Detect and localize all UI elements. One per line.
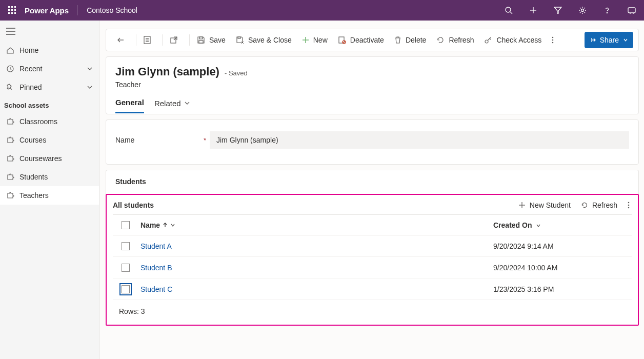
refresh-icon <box>436 36 445 44</box>
row-checkbox[interactable] <box>122 285 130 293</box>
chevron-down-icon <box>87 84 93 90</box>
sidebar-item-pinned[interactable]: Pinned <box>0 78 99 96</box>
puzzle-icon <box>6 173 17 181</box>
sidebar-group-label: School assets <box>0 96 99 112</box>
subgrid-view-name[interactable]: All students <box>113 201 154 209</box>
cell-created-on: 1/23/2025 3:16 PM <box>493 285 632 293</box>
grid-header-row: Name Created On <box>113 215 632 235</box>
save-close-icon <box>236 36 244 44</box>
student-link[interactable]: Student C <box>140 285 172 293</box>
sidebar-item-label: Classrooms <box>19 117 57 126</box>
cell-created-on: 9/20/2024 10:00 AM <box>493 264 632 272</box>
sidebar-item-label: Pinned <box>19 83 42 91</box>
record-entity-label: Teacher <box>115 81 629 89</box>
sidebar-item-home[interactable]: Home <box>0 41 99 59</box>
svg-rect-31 <box>199 41 203 43</box>
svg-rect-5 <box>14 9 16 11</box>
new-student-button[interactable]: New Student <box>513 201 576 209</box>
key-icon <box>484 36 492 44</box>
filter-icon[interactable] <box>546 0 570 21</box>
plus-icon <box>518 202 526 209</box>
svg-rect-32 <box>238 37 240 38</box>
save-close-button[interactable]: Save & Close <box>231 29 297 51</box>
chevron-down-icon <box>170 223 175 228</box>
arrow-left-icon <box>116 36 125 44</box>
svg-rect-1 <box>11 6 13 8</box>
app-launcher-icon[interactable] <box>0 6 25 14</box>
svg-point-14 <box>581 9 584 12</box>
sidebar-item-recent[interactable]: Recent <box>0 59 99 78</box>
student-link[interactable]: Student A <box>140 242 172 250</box>
svg-rect-2 <box>14 6 16 8</box>
button-label: New Student <box>530 201 571 209</box>
svg-rect-30 <box>199 37 203 39</box>
button-label: New <box>313 36 328 44</box>
search-icon[interactable] <box>496 0 521 21</box>
button-label: Deactivate <box>350 36 384 44</box>
grid-row[interactable]: Student C 1/23/2025 3:16 PM <box>113 278 632 300</box>
open-new-window-button[interactable] <box>165 29 187 51</box>
column-header-created-on[interactable]: Created On <box>493 221 632 229</box>
svg-point-44 <box>628 202 630 204</box>
form-selector-button[interactable] <box>138 29 160 51</box>
svg-marker-13 <box>554 7 561 13</box>
overflow-button[interactable] <box>547 29 563 51</box>
sidebar-item-courses[interactable]: Courses <box>0 131 99 149</box>
grid-row[interactable]: Student A 9/20/2024 9:14 AM <box>113 235 632 257</box>
global-header: Power Apps Contoso School <box>0 0 644 21</box>
sidebar-item-classrooms[interactable]: Classrooms <box>0 112 99 131</box>
tab-label: General <box>115 98 144 107</box>
content-area: Save Save & Close New Deactivate Delete … <box>99 21 644 359</box>
settings-icon[interactable] <box>570 0 595 21</box>
svg-point-46 <box>628 207 630 209</box>
back-button[interactable] <box>111 29 134 51</box>
share-button[interactable]: Share <box>585 32 633 48</box>
column-header-name[interactable]: Name <box>138 221 493 229</box>
sidebar-item-students[interactable]: Students <box>0 168 99 186</box>
sidebar-item-label: Courses <box>19 136 46 144</box>
save-button[interactable]: Save <box>192 29 231 51</box>
svg-point-40 <box>552 39 554 41</box>
row-checkbox[interactable] <box>122 242 130 250</box>
form-tabs: General Related <box>106 98 638 114</box>
field-label-name: Name <box>115 136 203 144</box>
select-all-checkbox[interactable] <box>122 221 130 229</box>
collapse-menu-icon[interactable] <box>6 28 93 35</box>
popout-icon <box>170 36 178 44</box>
refresh-button[interactable]: Refresh <box>431 29 479 51</box>
deactivate-button[interactable]: Deactivate <box>333 29 389 51</box>
row-checkbox[interactable] <box>122 264 130 272</box>
tab-related[interactable]: Related <box>154 98 190 113</box>
help-icon[interactable] <box>595 0 619 21</box>
product-name[interactable]: Power Apps <box>25 6 77 15</box>
assistant-icon[interactable] <box>619 0 644 21</box>
svg-line-29 <box>174 37 177 40</box>
form-icon <box>144 36 151 44</box>
subgrid-refresh-button[interactable]: Refresh <box>576 201 622 209</box>
sidebar-item-teachers[interactable]: Teachers <box>0 186 99 205</box>
tab-general[interactable]: General <box>115 98 144 113</box>
add-icon[interactable] <box>521 0 546 21</box>
button-label: Save <box>209 36 226 44</box>
svg-line-10 <box>510 12 512 14</box>
chevron-down-icon <box>184 100 190 106</box>
environment-name[interactable]: Contoso School <box>77 6 137 14</box>
button-label: Delete <box>406 36 426 44</box>
sidebar-item-label: Teachers <box>19 191 49 200</box>
student-link[interactable]: Student B <box>140 264 172 272</box>
svg-point-15 <box>607 12 607 13</box>
students-section-card: Students <box>106 170 639 194</box>
subgrid-overflow-button[interactable] <box>622 201 635 209</box>
name-input[interactable] <box>210 131 629 149</box>
grid-row[interactable]: Student B 9/20/2024 10:00 AM <box>113 257 632 278</box>
check-access-button[interactable]: Check Access <box>479 29 547 51</box>
sidebar-item-coursewares[interactable]: Coursewares <box>0 149 99 168</box>
button-label: Refresh <box>449 36 474 44</box>
share-icon <box>590 36 597 44</box>
trash-icon <box>394 36 401 44</box>
plus-icon <box>302 36 309 44</box>
new-button[interactable]: New <box>297 29 333 51</box>
column-label: Name <box>140 221 160 229</box>
delete-button[interactable]: Delete <box>389 29 431 51</box>
sidebar: Home Recent Pinned School assets Classro… <box>0 21 99 359</box>
